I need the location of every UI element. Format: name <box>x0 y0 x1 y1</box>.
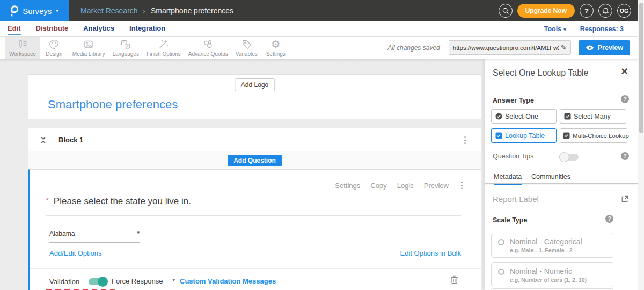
product-switcher[interactable]: Surveys ▾ <box>0 0 69 21</box>
question-menu-kebab-icon[interactable] <box>459 179 465 191</box>
validation-label: Validation <box>49 278 79 286</box>
question-settings-link[interactable]: Settings <box>335 182 360 190</box>
avatar-initials: OG <box>620 8 628 14</box>
answer-type-select-many[interactable]: Select Many <box>560 109 626 124</box>
answer-type-help-icon[interactable]: ? <box>621 95 629 103</box>
image-icon <box>83 39 94 50</box>
tab-analytics[interactable]: Analytics <box>83 21 114 36</box>
toolbar-item-variables[interactable]: Variables <box>232 37 261 59</box>
toggle-knob <box>98 277 108 287</box>
question-copy-link[interactable]: Copy <box>370 182 386 190</box>
magic-wand-icon <box>158 39 169 50</box>
question-preview-link[interactable]: Preview <box>424 182 449 190</box>
nav-right-links: Tools▾ Responses: 3 <box>544 21 624 36</box>
breadcrumb-current: Smartphone preferences <box>151 6 233 15</box>
sidebar-divider <box>493 85 630 85</box>
tag-icon <box>241 39 252 50</box>
preview-button[interactable]: Preview <box>579 40 630 55</box>
required-asterisk: * <box>46 195 49 205</box>
answer-type-lookup-table[interactable]: Lookup Table <box>491 128 557 143</box>
question-text[interactable]: Please select the state you live in. <box>54 196 191 206</box>
answer-type-select-one[interactable]: Select One <box>491 109 557 124</box>
add-question-button[interactable]: Add Question <box>228 155 282 166</box>
answer-type-label: Answer Type <box>493 97 534 104</box>
bell-icon <box>602 7 609 15</box>
toolbar-right: All changes saved ✎ Preview <box>387 37 630 59</box>
answer-dropdown[interactable]: Alabama ▾ <box>49 230 140 243</box>
survey-url-field[interactable]: ✎ <box>449 40 571 55</box>
question-tips-label: Question Tips <box>493 153 533 160</box>
editor-toolbar: Workspace Design Media Library <box>0 37 638 59</box>
tools-menu[interactable]: Tools▾ <box>544 25 566 33</box>
search-button[interactable] <box>499 4 513 18</box>
collapse-block-icon[interactable] <box>39 136 47 144</box>
answer-type-multi-choice-lookup[interactable]: Multi-Choice Lookup <box>560 128 627 143</box>
svg-text:*: * <box>123 40 125 45</box>
responses-link[interactable]: Responses: 3 <box>580 25 624 33</box>
question-logic-link[interactable]: Logic <box>397 182 414 190</box>
palette-icon <box>48 39 60 50</box>
scale-type-help-icon[interactable]: ? <box>605 215 613 223</box>
answer-dropdown-value: Alabama <box>49 230 75 237</box>
question-actions: Settings Copy Logic Preview <box>335 179 465 191</box>
product-name: Surveys <box>23 6 52 16</box>
add-logo-button[interactable]: Add Logo <box>235 78 275 91</box>
page-scrollbar[interactable] <box>638 0 644 290</box>
sidebar-tabs-divider <box>485 183 638 184</box>
radio-icon <box>498 239 504 245</box>
block-title[interactable]: Block 1 <box>58 128 83 151</box>
external-link-icon[interactable] <box>620 195 629 204</box>
check-circle-icon <box>495 113 502 120</box>
scale-type-nominal-categorical[interactable]: Nominal - Categorical e.g. Male - 1, Fem… <box>491 233 613 258</box>
toolbar-item-advance-quotas[interactable]: Advance Quotas <box>185 37 232 59</box>
notifications-button[interactable] <box>598 4 612 18</box>
svg-text:A: A <box>126 44 129 48</box>
toggle-knob <box>559 152 569 162</box>
toolbar-item-settings[interactable]: ⚙ Settings <box>261 37 290 59</box>
help-button[interactable]: ? <box>580 4 594 18</box>
scrollbar-thumb[interactable] <box>639 3 643 133</box>
tab-communities[interactable]: Communities <box>531 173 570 184</box>
add-edit-options-link[interactable]: Add/Edit Options <box>49 249 102 257</box>
top-header-bar: Surveys ▾ Market Research › Smartphone p… <box>0 0 638 21</box>
custom-validation-messages-link[interactable]: Custom Validation Messages <box>180 277 276 285</box>
editor-canvas: Add Logo Smartphone preferences Block 1 … <box>0 59 638 290</box>
toolbar-item-design[interactable]: Design <box>40 37 69 59</box>
validation-toggle[interactable] <box>89 278 107 285</box>
toolbar-item-workspace[interactable]: Workspace <box>5 37 40 59</box>
question-text-row[interactable]: *Please select the state you live in. <box>46 195 461 216</box>
question-tips-toggle[interactable] <box>560 154 579 161</box>
toolbar-item-finish-options[interactable]: Finish Options <box>143 37 185 59</box>
toolbar-item-media-library[interactable]: Media Library <box>69 37 109 59</box>
radio-icon <box>498 269 504 275</box>
toolbar-shadow <box>0 59 638 62</box>
tab-integration[interactable]: Integration <box>129 21 165 36</box>
app-window: Surveys ▾ Market Research › Smartphone p… <box>0 0 638 290</box>
close-icon[interactable]: × <box>621 64 628 78</box>
block-menu-kebab-icon[interactable] <box>462 134 468 146</box>
breadcrumb-folder[interactable]: Market Research <box>80 6 138 15</box>
edit-url-pencil-icon[interactable]: ✎ <box>561 44 567 52</box>
chevron-down-icon: ▾ <box>56 8 58 13</box>
validation-type-dropdown[interactable]: Force Response ▾ <box>112 277 175 290</box>
tab-distribute[interactable]: Distribute <box>36 21 69 36</box>
questionpro-logo-icon <box>10 5 18 17</box>
eye-icon <box>586 45 594 50</box>
chevron-down-icon: ▾ <box>172 277 175 285</box>
question-tips-help-icon[interactable]: ? <box>621 152 629 160</box>
survey-column: Add Logo Smartphone preferences Block 1 … <box>28 59 481 290</box>
survey-url-input[interactable] <box>453 45 559 51</box>
delete-question-trash-icon[interactable] <box>450 274 458 285</box>
toolbar-item-languages[interactable]: * A Languages <box>108 37 143 59</box>
avatar[interactable]: OG <box>617 4 631 18</box>
tab-edit[interactable]: Edit <box>8 21 21 36</box>
scale-type-nominal-numeric[interactable]: Nominal - Numeric e.g. Number of cars (1… <box>491 262 613 287</box>
edit-options-in-bulk-link[interactable]: Edit Options in Bulk <box>400 249 461 257</box>
upgrade-now-button[interactable]: Upgrade Now <box>517 4 575 18</box>
report-label-input[interactable] <box>493 193 613 207</box>
survey-title[interactable]: Smartphone preferences <box>48 98 178 112</box>
validation-type-value: Force Response <box>112 277 163 285</box>
question-card: Settings Copy Logic Preview *Please sele… <box>28 169 481 290</box>
chain-links-icon <box>202 39 214 50</box>
sidebar-title: Select One Lookup Table <box>493 68 589 78</box>
